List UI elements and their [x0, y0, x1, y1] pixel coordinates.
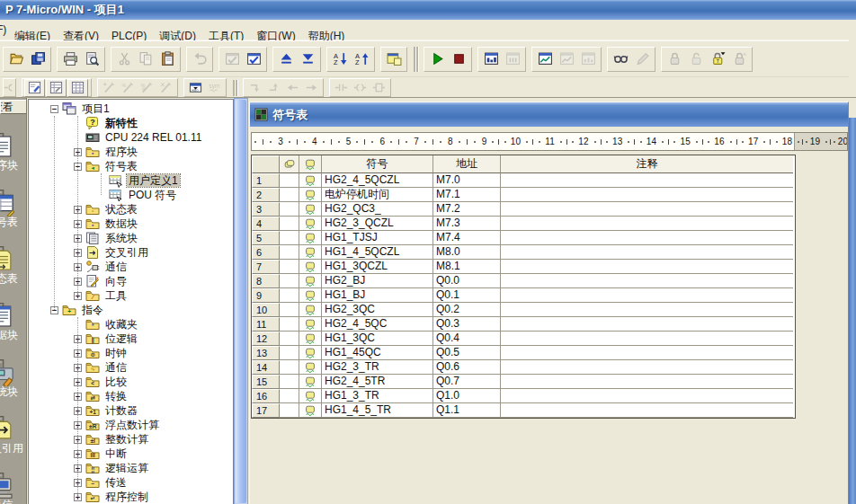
address-cell[interactable]: Q1.1 — [433, 403, 501, 418]
sidebar-item[interactable]: 状态表 — [0, 246, 27, 285]
tree-item[interactable]: +POU 符号 — [29, 188, 233, 202]
overlap-cell[interactable] — [280, 375, 299, 389]
row-number-cell[interactable]: 4 — [252, 217, 280, 231]
symbol-icon-cell[interactable] — [299, 360, 322, 375]
row-number-cell[interactable]: 9 — [252, 288, 280, 303]
symbol-cell[interactable]: HG2_4_5QCZL — [322, 173, 433, 188]
title-bar[interactable]: P 7-Micro/WIN - 项目1 — [0, 0, 856, 20]
symbol-icon-cell[interactable] — [299, 317, 322, 332]
tree-item[interactable]: +向导 — [29, 274, 233, 288]
row-number-cell[interactable]: 17 — [252, 403, 280, 418]
address-cell[interactable]: Q0.7 — [433, 375, 501, 389]
symbol-icon-cell[interactable] — [299, 188, 322, 202]
tree-item[interactable]: +±R浮点数计算 — [29, 418, 233, 432]
overlap-cell[interactable] — [280, 245, 299, 260]
print-icon[interactable] — [59, 49, 81, 70]
symbol-cell[interactable]: HG2_3_TR — [322, 360, 433, 375]
symbol-header-cell[interactable]: 符号 — [322, 155, 433, 173]
symbol-icon-cell[interactable] — [299, 303, 322, 317]
view-glasses-icon[interactable] — [610, 49, 631, 70]
sort-descending-icon[interactable]: AZ — [329, 49, 351, 70]
open-icon[interactable] — [5, 49, 27, 70]
comment-cell[interactable] — [501, 360, 793, 375]
tree-item[interactable]: +*收藏夹 — [29, 317, 233, 332]
overlap-cell[interactable] — [280, 274, 299, 288]
address-cell[interactable]: Q0.3 — [433, 317, 501, 332]
sidebar-item[interactable]: 系统块 — [0, 359, 27, 398]
symbol-cell[interactable]: HG1_3QCZL — [322, 260, 433, 274]
symbol-cell[interactable]: HG2_3QC — [322, 303, 433, 317]
tree-item[interactable]: +交叉引用 — [29, 245, 233, 260]
row-number-cell[interactable]: 11 — [252, 317, 280, 332]
symbol-cell[interactable]: HG1_4_5_TR — [322, 403, 433, 418]
symbol-icon-cell[interactable] — [299, 260, 322, 274]
symbol-cell[interactable]: HG1_4_5QCZL — [322, 245, 433, 260]
overlap-cell[interactable] — [280, 188, 299, 202]
address-cell[interactable]: Q0.5 — [433, 346, 501, 360]
symbol-icon-cell[interactable] — [299, 288, 322, 303]
tree-item[interactable]: +▪程序块 — [29, 145, 233, 159]
row-number-cell[interactable]: 15 — [252, 375, 280, 389]
symbol-cell[interactable]: HG2_4_5TR — [322, 375, 433, 389]
paste-icon[interactable] — [156, 49, 178, 70]
symbol-cell[interactable]: HG1_3_TR — [322, 389, 433, 403]
tree-item[interactable]: +±I整数计算 — [29, 432, 233, 447]
symbol-cell[interactable]: HG1_3QC — [322, 332, 433, 346]
symbol-table-titlebar[interactable]: 符号表 — [250, 102, 848, 127]
address-cell[interactable]: Q0.1 — [433, 288, 501, 303]
row-number-cell[interactable]: 13 — [252, 346, 280, 360]
overlap-cell[interactable] — [280, 288, 299, 303]
table-view-icon[interactable] — [67, 79, 88, 97]
corner-header-cell[interactable] — [252, 155, 280, 173]
row-number-cell[interactable]: 10 — [252, 303, 280, 317]
overlap-cell[interactable] — [280, 217, 299, 231]
tree-scrollbar-thumb[interactable] — [236, 100, 246, 503]
overlap-cell[interactable] — [280, 202, 299, 217]
tree-item[interactable]: +<比较 — [29, 375, 233, 389]
comment-cell[interactable] — [501, 231, 793, 245]
row-number-cell[interactable]: 7 — [252, 260, 280, 274]
comment-cell[interactable] — [501, 202, 793, 217]
upload-icon[interactable] — [275, 49, 297, 70]
symbol-column-header[interactable] — [299, 155, 322, 173]
sidebar-item[interactable]: 通信 — [0, 473, 27, 504]
symbol-cell[interactable]: HG1_45QC — [322, 346, 433, 360]
row-number-cell[interactable]: 12 — [252, 332, 280, 346]
tree-item[interactable]: +↵程序控制 — [29, 490, 233, 504]
comment-cell[interactable] — [501, 260, 793, 274]
save-all-icon[interactable] — [27, 49, 49, 70]
address-cell[interactable]: M7.2 — [433, 202, 501, 217]
comment-header-cell[interactable]: 注释 — [501, 155, 793, 173]
tree-item[interactable]: +系统块 — [29, 231, 233, 245]
overlap-cell[interactable] — [280, 360, 299, 375]
sidebar-item[interactable]: 数据块 — [0, 303, 27, 341]
navigation-bar-header[interactable]: 查看 — [0, 100, 27, 114]
symbol-cell[interactable]: HG2_3_QCZL — [322, 217, 433, 231]
comment-cell[interactable] — [501, 303, 793, 317]
symbol-icon-cell[interactable] — [299, 202, 322, 217]
tree-item[interactable]: ++1计数器 — [29, 403, 233, 418]
address-header-cell[interactable]: 地址 — [433, 155, 501, 173]
sidebar-item[interactable]: 符号表 — [0, 190, 27, 228]
overlap-cell[interactable] — [280, 332, 299, 346]
tree-item[interactable]: −◂符号表 — [29, 159, 233, 173]
row-number-cell[interactable]: 14 — [252, 360, 280, 375]
comment-cell[interactable] — [501, 217, 793, 231]
comment-cell[interactable] — [501, 375, 793, 389]
symbol-icon-cell[interactable] — [299, 231, 322, 245]
tree-item[interactable]: −项目1 — [29, 102, 233, 116]
symbol-icon-cell[interactable] — [299, 403, 322, 418]
address-cell[interactable]: M8.1 — [433, 260, 501, 274]
overlap-cell[interactable] — [280, 231, 299, 245]
stop-icon[interactable] — [448, 49, 469, 70]
comment-cell[interactable] — [501, 245, 793, 260]
symbol-icon-cell[interactable] — [299, 389, 322, 403]
password-lock-icon[interactable]: T — [707, 49, 728, 70]
print-preview-icon[interactable] — [81, 49, 103, 70]
row-number-cell[interactable]: 8 — [252, 274, 280, 288]
tree-item[interactable]: +∕工具 — [29, 288, 233, 303]
sidebar-item[interactable]: 交叉引用 — [0, 416, 27, 455]
compile-all-icon[interactable] — [243, 49, 264, 70]
overlap-cell[interactable] — [280, 403, 299, 418]
address-cell[interactable]: Q0.4 — [433, 332, 501, 346]
